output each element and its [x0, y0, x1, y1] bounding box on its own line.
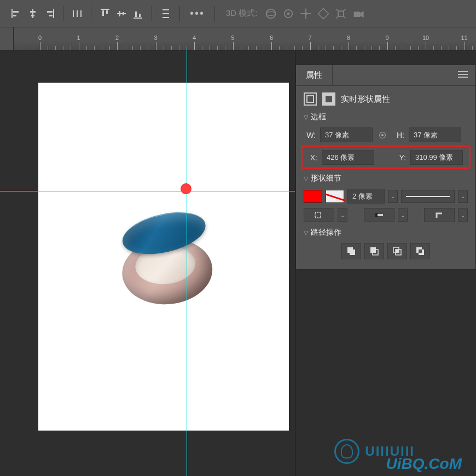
path-ops-row — [304, 243, 468, 259]
align-left-icon[interactable] — [8, 5, 25, 22]
3d-camera-icon[interactable] — [352, 7, 365, 20]
properties-panel: 属性 实时形状属性 ▽边框 W: ⦿ H: X: — [295, 65, 476, 270]
stroke-row: ⌄ ⌄ — [304, 189, 468, 204]
svg-rect-30 — [353, 11, 360, 17]
link-wh-icon[interactable]: ⦿ — [377, 131, 388, 140]
3d-orbit-icon[interactable] — [264, 7, 277, 20]
svg-rect-16 — [119, 11, 120, 16]
3d-scale-icon[interactable] — [334, 7, 347, 20]
svg-rect-14 — [106, 10, 108, 14]
stroke-style-preview[interactable] — [401, 190, 455, 203]
options-bar: ••• 3D 模式: — [0, 0, 476, 27]
svg-rect-19 — [135, 11, 137, 17]
align-vcenter-icon[interactable] — [113, 5, 130, 22]
path-subtract-button[interactable] — [364, 243, 384, 259]
x-label: X: — [305, 153, 317, 162]
section-pathops-label: 路径操作 — [311, 228, 341, 237]
canvas-viewport — [0, 50, 295, 476]
watermark-site-text: UiBQ.CoM — [386, 455, 462, 472]
stroke-align-arrow[interactable]: ⌄ — [338, 208, 347, 222]
product-illustration — [108, 204, 227, 323]
shape-marker[interactable] — [181, 183, 191, 194]
tab-properties[interactable]: 属性 — [296, 65, 333, 85]
svg-rect-7 — [47, 11, 53, 13]
xy-row-highlighted: X: Y: — [301, 146, 471, 169]
svg-rect-29 — [338, 11, 344, 16]
svg-rect-3 — [32, 9, 33, 18]
x-input[interactable] — [322, 150, 374, 165]
live-shape-icon — [322, 92, 335, 106]
svg-point-25 — [266, 11, 275, 15]
y-input[interactable] — [410, 150, 463, 165]
horizontal-ruler[interactable]: 01234567891011 — [14, 27, 476, 50]
svg-rect-10 — [77, 10, 78, 17]
section-path-ops[interactable]: ▽路径操作 — [304, 228, 468, 237]
watermark-bulb-icon — [334, 439, 359, 464]
align-group-1 — [8, 5, 57, 22]
height-label: H: — [392, 131, 404, 140]
more-options-icon[interactable]: ••• — [185, 7, 209, 20]
svg-rect-5 — [31, 15, 34, 16]
chevron-down-icon: ▽ — [304, 229, 308, 236]
fill-swatch[interactable] — [304, 190, 322, 203]
width-input[interactable] — [320, 127, 373, 142]
toolbar-separator — [152, 6, 152, 21]
svg-rect-47 — [419, 249, 422, 253]
stroke-join-arrow[interactable]: ⌄ — [458, 208, 468, 222]
svg-rect-13 — [102, 10, 104, 16]
stroke-options-row: ⌄ ⌄ ⌄ — [304, 208, 468, 222]
align-hcenter-icon[interactable] — [25, 5, 41, 22]
svg-rect-33 — [458, 77, 468, 78]
svg-rect-32 — [458, 74, 468, 75]
stroke-align-dropdown[interactable] — [304, 208, 334, 222]
guide-horizontal[interactable] — [0, 191, 295, 191]
shape-type-row: 实时形状属性 — [304, 92, 468, 106]
svg-rect-21 — [162, 9, 169, 10]
y-label: Y: — [394, 153, 406, 162]
3d-pan-icon[interactable] — [299, 7, 312, 20]
svg-rect-4 — [30, 11, 36, 13]
stroke-width-input[interactable] — [347, 189, 385, 204]
3d-rotate-icon[interactable] — [282, 7, 295, 20]
svg-rect-37 — [375, 213, 378, 217]
svg-rect-23 — [162, 17, 169, 18]
svg-rect-31 — [458, 71, 468, 72]
panel-body: 实时形状属性 ▽边框 W: ⦿ H: X: Y: ▽形状细节 — [296, 86, 475, 269]
svg-rect-34 — [307, 96, 314, 102]
path-combine-button[interactable] — [341, 243, 361, 259]
3d-slide-icon[interactable] — [317, 7, 330, 20]
3d-mode-label: 3D 模式: — [226, 8, 258, 19]
distribute-hcenter-icon[interactable] — [69, 5, 85, 22]
distribute-vcenter-icon[interactable] — [158, 5, 174, 22]
align-bottom-icon[interactable] — [130, 5, 146, 22]
stroke-cap-dropdown[interactable] — [364, 208, 394, 222]
align-top-icon[interactable] — [97, 5, 113, 22]
stroke-style-dropdown[interactable]: ⌄ — [458, 190, 468, 203]
section-shape-detail[interactable]: ▽形状细节 — [304, 173, 468, 183]
stroke-width-stepper[interactable]: ⌄ — [388, 190, 398, 203]
stroke-join-dropdown[interactable] — [424, 208, 455, 222]
path-intersect-button[interactable] — [387, 243, 407, 259]
ruler-corner — [0, 27, 14, 50]
width-label: W: — [304, 131, 316, 140]
height-input[interactable] — [409, 127, 461, 142]
svg-rect-17 — [123, 12, 124, 15]
canvas-area[interactable] — [0, 50, 295, 476]
guide-vertical[interactable] — [187, 50, 187, 476]
align-right-icon[interactable] — [41, 5, 57, 22]
svg-point-24 — [266, 9, 275, 18]
stroke-cap-arrow[interactable]: ⌄ — [398, 208, 408, 222]
path-exclude-button[interactable] — [410, 243, 430, 259]
width-height-row: W: ⦿ H: — [304, 127, 468, 142]
svg-point-28 — [304, 12, 307, 15]
panel-menu-icon[interactable] — [450, 71, 475, 80]
panels-column: 属性 实时形状属性 ▽边框 W: ⦿ H: X: — [295, 50, 476, 476]
document-canvas[interactable] — [38, 83, 289, 431]
svg-rect-20 — [139, 14, 141, 17]
stroke-swatch[interactable] — [326, 190, 344, 203]
toolbar-separator — [179, 6, 180, 21]
3d-mode-icons — [264, 7, 365, 20]
svg-rect-9 — [73, 10, 74, 17]
section-bounds[interactable]: ▽边框 — [304, 112, 468, 122]
svg-rect-40 — [370, 247, 376, 253]
